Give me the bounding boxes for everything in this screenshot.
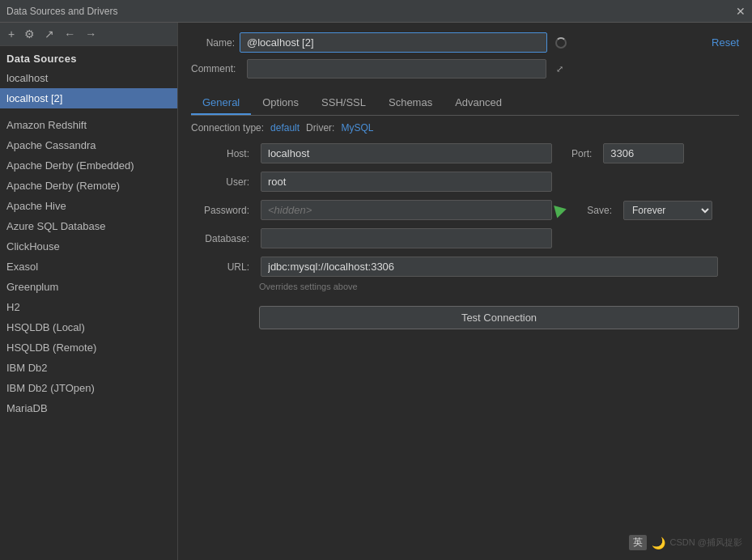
sidebar-item-derby-remote[interactable]: Apache Derby (Remote) xyxy=(0,176,177,196)
sidebar-item-localhost2[interactable]: localhost [2] xyxy=(0,88,177,108)
sidebar-item-redshift[interactable]: Amazon Redshift xyxy=(0,115,177,135)
sidebar-item-hive[interactable]: Apache Hive xyxy=(0,196,177,216)
url-label: URL: xyxy=(191,261,254,273)
form-section: Host: Port: User: Password: Save: Fore xyxy=(191,143,739,329)
host-input[interactable] xyxy=(261,143,552,163)
sidebar-item-mariadb[interactable]: MariaDB xyxy=(0,398,177,418)
close-button[interactable]: ✕ xyxy=(736,5,746,18)
watermark-text: CSDN @捕风捉影 xyxy=(670,537,742,549)
tab-advanced[interactable]: Advanced xyxy=(444,91,513,115)
save-label: Save: xyxy=(586,205,617,216)
sidebar-item-ibm-db2-jtopen[interactable]: IBM Db2 (JTOpen) xyxy=(0,378,177,398)
title-bar: Data Sources and Drivers ✕ xyxy=(0,0,752,23)
name-row: Name: Reset xyxy=(191,32,739,53)
sidebar-item-localhost[interactable]: localhost xyxy=(0,68,177,88)
database-input[interactable] xyxy=(261,228,552,248)
connection-type-line: Connection type: default Driver: MySQL xyxy=(191,122,739,134)
sidebar-item-greenplum[interactable]: Greenplum xyxy=(0,277,177,297)
port-label: Port: xyxy=(571,148,597,159)
name-input[interactable] xyxy=(240,32,547,53)
password-container xyxy=(261,200,567,220)
tab-general[interactable]: General xyxy=(191,91,251,115)
chart-button[interactable]: ↗ xyxy=(41,26,57,42)
sidebar-list: localhost localhost [2] Amazon Redshift … xyxy=(0,68,177,560)
watermark: 英 🌙 CSDN @捕风捉影 xyxy=(629,535,742,550)
driver-value[interactable]: MySQL xyxy=(341,122,373,134)
database-label: Database: xyxy=(191,233,254,244)
user-input[interactable] xyxy=(261,172,552,192)
moon-icon: 🌙 xyxy=(652,537,665,549)
tabs: General Options SSH/SSL Schemas Advanced xyxy=(191,91,739,116)
loading-spinner xyxy=(555,37,567,49)
host-port-row: Host: Port: xyxy=(191,143,739,163)
url-note: Overrides settings above xyxy=(259,282,739,291)
tab-options[interactable]: Options xyxy=(251,91,310,115)
window-title: Data Sources and Drivers xyxy=(6,6,117,17)
save-select[interactable]: Forever Until restart Never xyxy=(623,201,712,220)
reset-button[interactable]: Reset xyxy=(712,36,739,49)
tab-ssh-ssl[interactable]: SSH/SSL xyxy=(310,91,377,115)
sidebar-item-clickhouse[interactable]: ClickHouse xyxy=(0,236,177,257)
content-area: Name: Reset Comment: ⤢ General Options S… xyxy=(178,23,752,560)
sidebar-item-derby-embedded[interactable]: Apache Derby (Embedded) xyxy=(0,155,177,176)
name-input-wrap xyxy=(240,32,567,53)
sidebar-item-hsqldb-remote[interactable]: HSQLDB (Remote) xyxy=(0,337,177,358)
back-button[interactable]: ← xyxy=(61,26,79,42)
driver-label: Driver: xyxy=(306,122,334,134)
comment-row: Comment: ⤢ xyxy=(191,59,739,78)
sidebar-toolbar: + ⚙ ↗ ← → xyxy=(0,23,177,46)
url-row: URL: xyxy=(191,257,739,277)
sidebar-item-ibm-db2[interactable]: IBM Db2 xyxy=(0,358,177,378)
database-row: Database: xyxy=(191,228,739,248)
watermark-lang: 英 xyxy=(629,535,647,550)
main-layout: + ⚙ ↗ ← → Data Sources localhost localho… xyxy=(0,23,752,560)
comment-label: Comment: xyxy=(191,63,240,74)
sidebar: + ⚙ ↗ ← → Data Sources localhost localho… xyxy=(0,23,178,560)
sidebar-item-azure-sql[interactable]: Azure SQL Database xyxy=(0,216,177,236)
password-label: Password: xyxy=(191,205,254,216)
sidebar-header: Data Sources xyxy=(0,46,177,68)
password-arrow-icon xyxy=(554,202,568,218)
user-label: User: xyxy=(191,176,254,188)
name-row-left: Name: xyxy=(191,32,567,53)
password-input[interactable] xyxy=(261,200,552,220)
sidebar-item-h2[interactable]: H2 xyxy=(0,297,177,317)
url-input[interactable] xyxy=(261,257,718,277)
conn-type-label: Connection type: xyxy=(191,122,264,134)
password-row: Password: Save: Forever Until restart Ne… xyxy=(191,200,739,220)
comment-input[interactable] xyxy=(247,59,546,78)
host-label: Host: xyxy=(191,148,254,159)
settings-button[interactable]: ⚙ xyxy=(21,26,38,42)
test-connection-button[interactable]: Test Connection xyxy=(259,306,739,329)
tab-schemas[interactable]: Schemas xyxy=(377,91,444,115)
add-datasource-button[interactable]: + xyxy=(5,26,18,42)
sidebar-item-exasol[interactable]: Exasol xyxy=(0,257,177,277)
expand-icon[interactable]: ⤢ xyxy=(556,64,563,74)
port-input[interactable] xyxy=(603,143,684,163)
sidebar-item-hsqldb-local[interactable]: HSQLDB (Local) xyxy=(0,317,177,337)
conn-type-value[interactable]: default xyxy=(270,122,300,134)
forward-button[interactable]: → xyxy=(82,26,100,42)
sidebar-item-cassandra[interactable]: Apache Cassandra xyxy=(0,135,177,155)
user-row: User: xyxy=(191,172,739,192)
name-label: Name: xyxy=(191,37,240,49)
